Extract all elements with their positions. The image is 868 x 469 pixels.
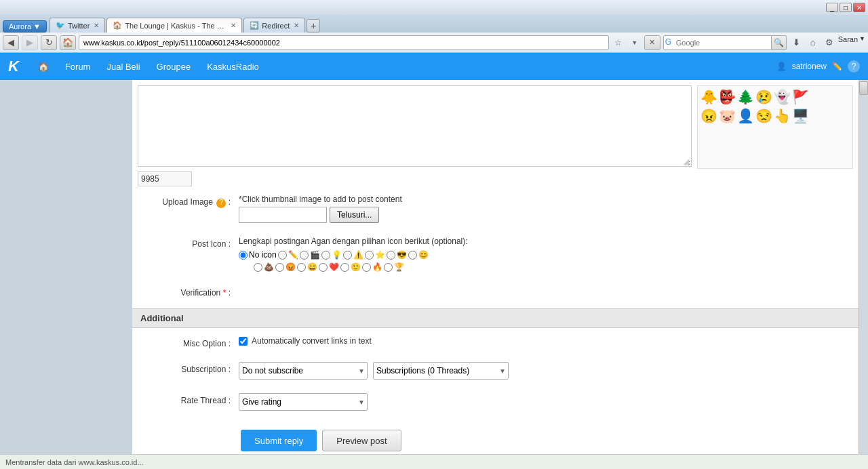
- aurora-button[interactable]: Aurora ▼: [3, 20, 47, 33]
- char-count-input[interactable]: [138, 171, 192, 186]
- tab-redirect[interactable]: 🔄 Redirect ✕: [243, 18, 305, 33]
- user-icon: 👤: [776, 62, 787, 71]
- emoji-panel: 🐥 👺 🌲 😢 👻 🚩 😠 🐷 👤 😒 👆 🖥️: [697, 85, 853, 169]
- icon-happy[interactable]: 😊: [408, 250, 429, 260]
- icon-glasses[interactable]: 😎: [387, 250, 407, 260]
- additional-header: Additional: [132, 308, 859, 328]
- tab-twitter-label: Twitter: [68, 22, 90, 30]
- preview-button[interactable]: Preview post: [322, 430, 401, 451]
- upload-help-icon[interactable]: ?: [216, 199, 226, 208]
- glasses-icon: 😎: [397, 250, 407, 260]
- emoji-chicken[interactable]: 🐥: [701, 89, 717, 105]
- upload-file-input[interactable]: [239, 207, 327, 223]
- submit-button[interactable]: Submit reply: [241, 430, 317, 451]
- bookmark-button[interactable]: ☆: [612, 35, 625, 50]
- post-icon-row1: No icon ✏️ 🎬 💡 ⚠️ ⭐ 😎 😊: [239, 250, 850, 260]
- icon-film[interactable]: 🎬: [300, 250, 320, 260]
- emoji-mask[interactable]: 👤: [737, 108, 754, 124]
- browse-button[interactable]: Telusuri...: [330, 207, 379, 223]
- icon-mad[interactable]: 😡: [275, 262, 296, 272]
- twitter-tab-icon: 🐦: [56, 21, 65, 30]
- icon-trophy[interactable]: 🏆: [384, 262, 404, 272]
- refresh-button[interactable]: ↻: [41, 35, 57, 50]
- icon-star[interactable]: ⭐: [365, 250, 385, 260]
- icon-heart[interactable]: ❤️: [319, 262, 339, 272]
- tab-kaskus[interactable]: 🏠 The Lounge | Kaskus - The Largest In..…: [106, 18, 242, 33]
- upload-image-content: *Click thumbnail image to add to post co…: [239, 195, 850, 223]
- emoji-point[interactable]: 👆: [774, 108, 791, 124]
- main-content: ◢ 🐥 👺 🌲 😢 👻 🚩 😠 🐷 👤 😒 👆: [132, 80, 859, 457]
- emoji-row-1: 🐥 👺 🌲 😢 👻 🚩: [701, 89, 850, 105]
- icon-fire[interactable]: 🔥: [362, 262, 382, 272]
- emoji-monitor[interactable]: 🖥️: [792, 108, 809, 124]
- misc-option-label: Misc Option :: [140, 336, 239, 348]
- happy-icon: 😊: [418, 250, 429, 260]
- download-button[interactable]: ⬇: [789, 35, 804, 50]
- icon-poop[interactable]: 💩: [254, 262, 274, 272]
- auto-convert-checkbox[interactable]: [239, 337, 248, 346]
- rate-thread-select-wrapper: Give rating 1 star 2 stars 3 stars 4 sta…: [239, 393, 368, 411]
- new-tab-button[interactable]: +: [307, 19, 320, 33]
- minimize-button[interactable]: _: [826, 3, 838, 12]
- bookmark-dropdown-button[interactable]: ▼: [628, 35, 642, 50]
- film-icon: 🎬: [310, 250, 320, 260]
- nav-kaskusradio[interactable]: KaskusRadio: [199, 58, 267, 76]
- post-textarea[interactable]: [138, 85, 692, 167]
- emoji-devil[interactable]: 👺: [719, 89, 736, 105]
- verification-label: Verification * :: [140, 285, 239, 298]
- title-bar: _ □ ✕: [0, 0, 868, 15]
- address-bar[interactable]: [79, 35, 609, 50]
- help-icon[interactable]: ?: [848, 60, 860, 73]
- icon-bulb[interactable]: 💡: [321, 250, 342, 260]
- emoji-cry[interactable]: 😢: [755, 89, 772, 105]
- rate-thread-select[interactable]: Give rating 1 star 2 stars 3 stars 4 sta…: [239, 393, 368, 411]
- tab-twitter-close[interactable]: ✕: [94, 22, 99, 29]
- maximize-button[interactable]: □: [840, 3, 852, 12]
- emoji-flag[interactable]: 🚩: [792, 89, 809, 105]
- auto-convert-label[interactable]: Automatically convert links in text: [252, 336, 372, 346]
- icon-smile2[interactable]: 🙂: [340, 262, 361, 272]
- search-input[interactable]: [663, 35, 772, 50]
- nav-home[interactable]: 🏠: [30, 58, 57, 76]
- subscription-threads-select[interactable]: Subscriptions (0 Threads): [373, 362, 509, 380]
- tab-kaskus-close[interactable]: ✕: [231, 22, 236, 29]
- emoji-ghost[interactable]: 👻: [774, 89, 791, 105]
- subscription-label: Subscription :: [140, 362, 239, 374]
- heart-icon: ❤️: [329, 262, 339, 272]
- mad-icon: 😡: [285, 262, 296, 272]
- icon-pencil[interactable]: ✏️: [278, 250, 298, 260]
- icon-laugh[interactable]: 😄: [297, 262, 317, 272]
- scrollbar-vertical[interactable]: [859, 80, 868, 457]
- subscription-row: Subscription : Do not subscribe Subscrib…: [132, 359, 859, 382]
- search-submit-button[interactable]: 🔍: [772, 35, 787, 50]
- emoji-pig[interactable]: 🐷: [719, 108, 736, 124]
- post-icon-row2: 💩 😡 😄 ❤️ 🙂 🔥 🏆: [239, 262, 850, 272]
- nav-jual-beli[interactable]: Jual Beli: [98, 58, 148, 76]
- close-address-button[interactable]: ✕: [644, 35, 660, 50]
- edit-icon[interactable]: ✏️: [832, 62, 842, 71]
- star-icon: ⭐: [375, 250, 385, 260]
- forward-button[interactable]: ▶: [22, 35, 38, 50]
- close-button[interactable]: ✕: [853, 3, 865, 12]
- tab-redirect-close[interactable]: ✕: [294, 22, 299, 29]
- home-nav-button[interactable]: 🏠: [60, 35, 76, 50]
- emoji-tree[interactable]: 🌲: [737, 89, 754, 105]
- trophy-icon: 🏆: [394, 262, 404, 272]
- icon-warning[interactable]: ⚠️: [343, 250, 363, 260]
- icon-no-icon[interactable]: No icon: [239, 250, 277, 260]
- icon-no-icon-radio[interactable]: [239, 251, 248, 260]
- tab-twitter[interactable]: 🐦 Twitter ✕: [50, 18, 105, 33]
- nav-groupee[interactable]: Groupee: [149, 58, 199, 76]
- status-bar: Mentransfer data dari www.kaskus.co.id..…: [0, 454, 868, 457]
- settings-button[interactable]: ⚙: [822, 35, 837, 50]
- scrollbar-thumb[interactable]: [859, 81, 868, 95]
- window-controls[interactable]: _ □ ✕: [826, 3, 865, 12]
- back-button[interactable]: ◀: [3, 35, 19, 50]
- site-header: K 🏠 Forum Jual Beli Groupee KaskusRadio …: [0, 53, 868, 80]
- home-icon-button[interactable]: ⌂: [806, 35, 821, 50]
- subscription-select[interactable]: Do not subscribe Subscribe Subscribe (em…: [239, 362, 368, 380]
- site-navigation: 🏠 Forum Jual Beli Groupee KaskusRadio: [30, 58, 267, 76]
- nav-forum[interactable]: Forum: [57, 58, 99, 76]
- emoji-angry[interactable]: 😠: [701, 108, 717, 124]
- emoji-sad[interactable]: 😒: [755, 108, 772, 124]
